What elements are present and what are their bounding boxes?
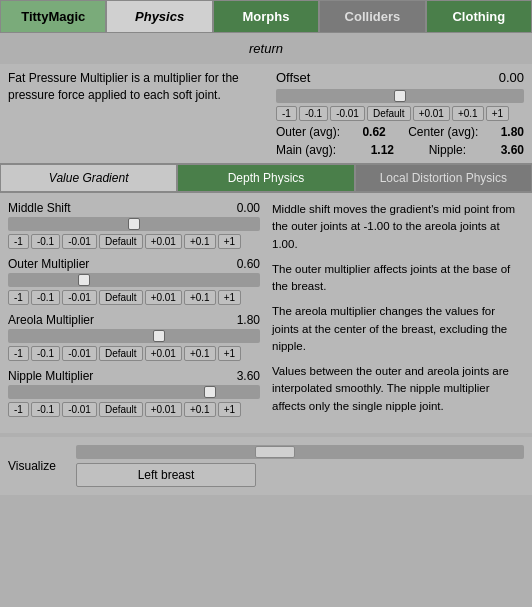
tab-tittymag[interactable]: TittyMagic bbox=[0, 0, 106, 33]
nipple-mult-btn-p1[interactable]: +1 bbox=[218, 402, 241, 417]
nipple-mult-btn-default[interactable]: Default bbox=[99, 402, 143, 417]
middle-shift-btn-m01[interactable]: -0.1 bbox=[31, 234, 60, 249]
param-name-nipple-multiplier: Nipple Multiplier bbox=[8, 369, 93, 383]
tab-colliders-label: Colliders bbox=[345, 9, 401, 24]
tab-colliders[interactable]: Colliders bbox=[319, 0, 425, 33]
offset-value: 0.00 bbox=[499, 70, 524, 85]
right-text-1: The outer multiplier affects joints at t… bbox=[272, 261, 524, 296]
nipple-label: Nipple: bbox=[429, 143, 466, 157]
slider-handle-outer-multiplier[interactable] bbox=[78, 274, 90, 286]
subtab-value-gradient-label: Value Gradient bbox=[49, 171, 129, 185]
areola-mult-btn-m1[interactable]: -1 bbox=[8, 346, 29, 361]
visualize-slider[interactable] bbox=[76, 445, 524, 459]
return-bar[interactable]: return bbox=[0, 33, 532, 64]
areola-mult-btn-default[interactable]: Default bbox=[99, 346, 143, 361]
offset-btn-plus01[interactable]: +0.1 bbox=[452, 106, 484, 121]
fat-pressure-text: Fat Pressure Multiplier is a multiplier … bbox=[8, 71, 239, 102]
tab-morphs[interactable]: Morphs bbox=[213, 0, 319, 33]
visualize-label: Visualize bbox=[8, 459, 68, 473]
middle-shift-btn-m1[interactable]: -1 bbox=[8, 234, 29, 249]
subtab-value-gradient[interactable]: Value Gradient bbox=[0, 164, 177, 192]
stats-row-2: Main (avg): 1.12 Nipple: 3.60 bbox=[276, 143, 524, 157]
outer-mult-btn-p1[interactable]: +1 bbox=[218, 290, 241, 305]
subtab-local-distortion[interactable]: Local Distortion Physics bbox=[355, 164, 532, 192]
top-section: Fat Pressure Multiplier is a multiplier … bbox=[0, 64, 532, 163]
slider-handle-nipple-multiplier[interactable] bbox=[204, 386, 216, 398]
areola-mult-btn-m001[interactable]: -0.01 bbox=[62, 346, 97, 361]
param-header-outer-multiplier: Outer Multiplier 0.60 bbox=[8, 257, 260, 271]
outer-avg-label: Outer (avg): bbox=[276, 125, 340, 139]
top-nav: TittyMagic Physics Morphs Colliders Clot… bbox=[0, 0, 532, 33]
offset-btn-default[interactable]: Default bbox=[367, 106, 411, 121]
slider-handle-middle-shift[interactable] bbox=[128, 218, 140, 230]
param-value-outer-multiplier: 0.60 bbox=[237, 257, 260, 271]
center-avg-value: 1.80 bbox=[501, 125, 524, 139]
middle-shift-btn-p1[interactable]: +1 bbox=[218, 234, 241, 249]
visualize-left-breast-button[interactable]: Left breast bbox=[76, 463, 256, 487]
param-value-areola-multiplier: 1.80 bbox=[237, 313, 260, 327]
areola-mult-btn-p001[interactable]: +0.01 bbox=[145, 346, 182, 361]
nipple-mult-btn-m001[interactable]: -0.01 bbox=[62, 402, 97, 417]
slider-track-outer-multiplier[interactable] bbox=[8, 273, 260, 287]
outer-mult-btn-p01[interactable]: +0.1 bbox=[184, 290, 216, 305]
param-value-middle-shift: 0.00 bbox=[237, 201, 260, 215]
param-name-outer-multiplier: Outer Multiplier bbox=[8, 257, 89, 271]
outer-mult-btn-m01[interactable]: -0.1 bbox=[31, 290, 60, 305]
areola-mult-btn-p1[interactable]: +1 bbox=[218, 346, 241, 361]
outer-mult-btn-default[interactable]: Default bbox=[99, 290, 143, 305]
offset-slider-track[interactable] bbox=[276, 89, 524, 103]
visualize-control: Left breast bbox=[76, 445, 524, 487]
tab-clothing[interactable]: Clothing bbox=[426, 0, 532, 33]
tab-physics-label: Physics bbox=[135, 9, 184, 24]
subtab-depth-physics[interactable]: Depth Physics bbox=[177, 164, 354, 192]
visualize-slider-handle[interactable] bbox=[255, 446, 295, 458]
stats-row-1: Outer (avg): 0.62 Center (avg): 1.80 bbox=[276, 125, 524, 139]
tab-morphs-label: Morphs bbox=[243, 9, 290, 24]
right-text-3: Values between the outer and areola join… bbox=[272, 363, 524, 415]
middle-shift-btn-default[interactable]: Default bbox=[99, 234, 143, 249]
offset-btn-minus01[interactable]: -0.1 bbox=[299, 106, 328, 121]
right-text-2: The areola multiplier changes the values… bbox=[272, 303, 524, 355]
nipple-mult-btn-p01[interactable]: +0.1 bbox=[184, 402, 216, 417]
param-areola-multiplier: Areola Multiplier 1.80 -1 -0.1 -0.01 Def… bbox=[8, 313, 260, 361]
offset-btn-plus1[interactable]: +1 bbox=[486, 106, 509, 121]
left-panel: Middle Shift 0.00 -1 -0.1 -0.01 Default … bbox=[0, 193, 268, 433]
param-nipple-multiplier: Nipple Multiplier 3.60 -1 -0.1 -0.01 Def… bbox=[8, 369, 260, 417]
btn-row-middle-shift: -1 -0.1 -0.01 Default +0.01 +0.1 +1 bbox=[8, 234, 260, 249]
nipple-mult-btn-p001[interactable]: +0.01 bbox=[145, 402, 182, 417]
param-value-nipple-multiplier: 3.60 bbox=[237, 369, 260, 383]
slider-track-areola-multiplier[interactable] bbox=[8, 329, 260, 343]
btn-row-outer-multiplier: -1 -0.1 -0.01 Default +0.01 +0.1 +1 bbox=[8, 290, 260, 305]
offset-btn-minus001[interactable]: -0.01 bbox=[330, 106, 365, 121]
slider-track-nipple-multiplier[interactable] bbox=[8, 385, 260, 399]
outer-mult-btn-m001[interactable]: -0.01 bbox=[62, 290, 97, 305]
areola-mult-btn-p01[interactable]: +0.1 bbox=[184, 346, 216, 361]
middle-shift-btn-p001[interactable]: +0.01 bbox=[145, 234, 182, 249]
sub-tabs: Value Gradient Depth Physics Local Disto… bbox=[0, 163, 532, 193]
outer-mult-btn-p001[interactable]: +0.01 bbox=[145, 290, 182, 305]
content-area: Middle Shift 0.00 -1 -0.1 -0.01 Default … bbox=[0, 193, 532, 433]
offset-btn-plus001[interactable]: +0.01 bbox=[413, 106, 450, 121]
return-label: return bbox=[249, 41, 283, 56]
offset-btn-minus1[interactable]: -1 bbox=[276, 106, 297, 121]
nipple-mult-btn-m01[interactable]: -0.1 bbox=[31, 402, 60, 417]
param-name-middle-shift: Middle Shift bbox=[8, 201, 71, 215]
offset-slider-handle[interactable] bbox=[394, 90, 406, 102]
slider-track-middle-shift[interactable] bbox=[8, 217, 260, 231]
offset-section: Offset 0.00 -1 -0.1 -0.01 Default +0.01 … bbox=[276, 70, 524, 157]
middle-shift-btn-p01[interactable]: +0.1 bbox=[184, 234, 216, 249]
tab-physics[interactable]: Physics bbox=[106, 0, 212, 33]
right-panel: Middle shift moves the gradient's mid po… bbox=[268, 193, 532, 433]
offset-label: Offset bbox=[276, 70, 310, 85]
tab-tittymag-label: TittyMagic bbox=[21, 9, 85, 24]
subtab-local-distortion-label: Local Distortion Physics bbox=[380, 171, 507, 185]
nipple-mult-btn-m1[interactable]: -1 bbox=[8, 402, 29, 417]
outer-mult-btn-m1[interactable]: -1 bbox=[8, 290, 29, 305]
param-outer-multiplier: Outer Multiplier 0.60 -1 -0.1 -0.01 Defa… bbox=[8, 257, 260, 305]
main-avg-value: 1.12 bbox=[371, 143, 394, 157]
slider-handle-areola-multiplier[interactable] bbox=[153, 330, 165, 342]
param-header-areola-multiplier: Areola Multiplier 1.80 bbox=[8, 313, 260, 327]
btn-row-areola-multiplier: -1 -0.1 -0.01 Default +0.01 +0.1 +1 bbox=[8, 346, 260, 361]
middle-shift-btn-m001[interactable]: -0.01 bbox=[62, 234, 97, 249]
areola-mult-btn-m01[interactable]: -0.1 bbox=[31, 346, 60, 361]
